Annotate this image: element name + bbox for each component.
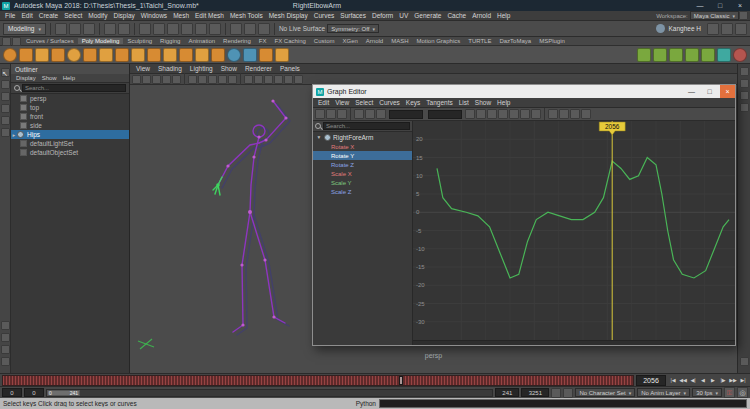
shelf-torus-icon[interactable]: [67, 48, 81, 62]
move-keys-tool-icon[interactable]: [315, 109, 325, 119]
shelf-util-icon[interactable]: [717, 48, 731, 62]
outliner-menu-item[interactable]: Help: [60, 75, 78, 81]
symmetry-dropdown[interactable]: Symmetry: Off ▾: [327, 24, 379, 33]
outliner-item-hips[interactable]: ▸ Hips: [11, 130, 129, 139]
shelf-tab[interactable]: MASH: [387, 38, 412, 44]
graph-editor-menu-item[interactable]: Help: [494, 99, 513, 106]
graph-editor-menu-item[interactable]: Select: [352, 99, 376, 106]
playback-button[interactable]: ▶▶: [728, 375, 738, 386]
range-slider-track[interactable]: 0 241: [46, 389, 493, 397]
command-input[interactable]: [379, 399, 747, 408]
shelf-checker-icon[interactable]: [701, 48, 715, 62]
menubar-item[interactable]: Help: [494, 12, 513, 19]
graph-editor-menu-item[interactable]: Edit: [315, 99, 332, 106]
shelf-bridge-icon[interactable]: [179, 48, 193, 62]
viewport-toolbar-icon[interactable]: [264, 75, 273, 84]
workspace-settings-icon[interactable]: [739, 11, 748, 20]
maximize-button[interactable]: □: [702, 85, 717, 98]
current-frame-field[interactable]: 2056: [636, 375, 666, 386]
menuset-dropdown[interactable]: Modeling ▾: [3, 23, 46, 35]
menubar-item[interactable]: Deform: [369, 12, 396, 19]
menubar-item[interactable]: Windows: [138, 12, 170, 19]
shelf-tab[interactable]: DazToMaya: [495, 38, 535, 44]
break-tangents-icon[interactable]: [570, 109, 580, 119]
viewport-toolbar-icon[interactable]: [162, 75, 171, 84]
graph-editor-menu-item[interactable]: Curves: [376, 99, 403, 106]
graph-editor-menu-item[interactable]: Tangents: [423, 99, 455, 106]
snap-grid-icon[interactable]: [139, 23, 151, 35]
layout-persp-outliner-icon[interactable]: [1, 345, 10, 354]
swap-buffer-curve-icon[interactable]: [559, 109, 569, 119]
shelf-tab[interactable]: XGen: [339, 38, 362, 44]
expand-arrow-icon[interactable]: ▾: [316, 134, 322, 140]
lasso-tool-icon[interactable]: [1, 80, 10, 89]
shelf-cube-icon[interactable]: [19, 48, 33, 62]
attribute-editor-toggle-icon[interactable]: [707, 23, 719, 35]
insert-keys-tool-icon[interactable]: [326, 109, 336, 119]
outliner-menu-item[interactable]: Show: [39, 75, 60, 81]
close-button[interactable]: ×: [720, 85, 735, 98]
playback-start-field[interactable]: 0: [24, 388, 44, 397]
outliner-item-front[interactable]: front: [11, 112, 129, 121]
menubar-item[interactable]: Display: [110, 12, 137, 19]
shelf-delete-icon[interactable]: [733, 48, 747, 62]
menubar-item[interactable]: Cache: [444, 12, 469, 19]
viewport-toolbar-icon[interactable]: [244, 75, 253, 84]
time-slider[interactable]: [2, 375, 634, 386]
shelf-tab[interactable]: FX: [255, 38, 271, 44]
clamped-tangent-icon[interactable]: [487, 109, 497, 119]
graph-editor-menu-item[interactable]: Show: [472, 99, 494, 106]
shelf-tab[interactable]: FX Caching: [270, 38, 309, 44]
shelf-tab[interactable]: MSPlugin: [535, 38, 569, 44]
shelf-tab[interactable]: Curves / Surfaces: [22, 38, 78, 44]
menubar-item[interactable]: Surfaces: [337, 12, 369, 19]
outliner-item-defaultobjectset[interactable]: defaultObjectSet: [11, 148, 129, 157]
snap-curve-icon[interactable]: [153, 23, 165, 35]
shelf-tab[interactable]: Rendering: [219, 38, 255, 44]
shelf-tab[interactable]: Motion Graphics: [413, 38, 465, 44]
channel-tree-root[interactable]: ▾ RightForeArm: [313, 132, 412, 142]
animation-preferences-icon[interactable]: ◎: [737, 387, 748, 398]
paint-select-tool-icon[interactable]: [1, 92, 10, 101]
shelf-tab[interactable]: Arnold: [362, 38, 387, 44]
viewport-toolbar-icon[interactable]: [228, 75, 237, 84]
stat-value-field[interactable]: [428, 110, 462, 119]
file-open-icon[interactable]: [69, 23, 81, 35]
viewport-menu-item[interactable]: Show: [217, 65, 241, 72]
graph-editor-scrollbar[interactable]: [413, 340, 735, 345]
menubar-item[interactable]: Select: [61, 12, 85, 19]
viewport-toolbar-icon[interactable]: [152, 75, 161, 84]
shelf-boolean-icon[interactable]: [227, 48, 241, 62]
shelf-menu-icon[interactable]: [2, 37, 11, 46]
shelf-bevel-icon[interactable]: [163, 48, 177, 62]
mute-icon[interactable]: [563, 388, 573, 398]
viewport-menu-item[interactable]: Renderer: [241, 65, 276, 72]
modeling-toolkit-tab-icon[interactable]: [740, 91, 749, 100]
ipr-render-icon[interactable]: [244, 23, 256, 35]
viewport-toolbar-icon[interactable]: [208, 75, 217, 84]
snap-projected-center-icon[interactable]: [181, 23, 193, 35]
workspace-dropdown[interactable]: Maya Classic ▾: [690, 11, 739, 20]
file-save-icon[interactable]: [83, 23, 95, 35]
sidebar-bottom-icon[interactable]: [740, 357, 749, 366]
shelf-cylinder-icon[interactable]: [35, 48, 49, 62]
outliner-menu-item[interactable]: Display: [13, 75, 39, 81]
tool-settings-toggle-icon[interactable]: [721, 23, 733, 35]
render-icon[interactable]: [230, 23, 242, 35]
timeline-current-time-marker[interactable]: [399, 376, 403, 385]
auto-key-button[interactable]: ⚿: [724, 387, 735, 398]
animation-start-field[interactable]: 0: [2, 388, 22, 397]
center-current-time-icon[interactable]: [376, 109, 386, 119]
layout-four-pane-icon[interactable]: [1, 333, 10, 342]
viewport-toolbar-icon[interactable]: [188, 75, 197, 84]
playback-button[interactable]: ◀|: [688, 375, 698, 386]
channel-row-scale-y[interactable]: Scale Y: [313, 178, 412, 187]
shelf-options-icon[interactable]: [12, 37, 21, 46]
menubar-item[interactable]: Edit: [18, 12, 35, 19]
scale-tool-icon[interactable]: [1, 128, 10, 137]
viewport-toolbar-icon[interactable]: [294, 75, 303, 84]
menubar-item[interactable]: Mesh: [170, 12, 192, 19]
shelf-checker-icon[interactable]: [653, 48, 667, 62]
character-set-dropdown[interactable]: No Character Set ▾: [575, 388, 635, 397]
playback-options-icon[interactable]: [551, 388, 561, 398]
